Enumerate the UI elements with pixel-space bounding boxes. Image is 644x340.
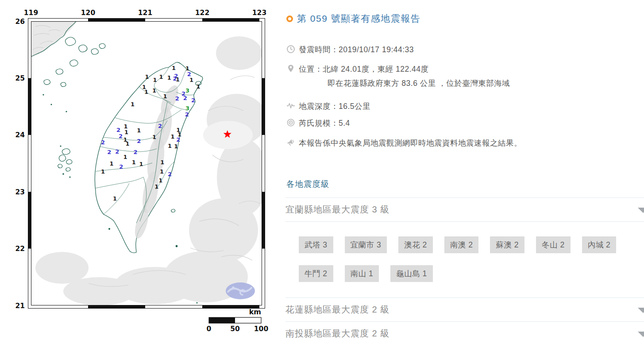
intensity-marker: 1 [153,77,157,83]
intensity-marker: 1 [168,143,172,149]
location-text-line2: 即在花蓮縣政府東方 83.6 公里 ，位於臺灣東部海域 [328,78,510,89]
station-chip-list: 武塔 3 宜蘭市 3 澳花 2 南澳 2 蘇澳 2 冬山 2 內城 2 牛鬥 2… [299,236,624,282]
chevron-down-icon [638,208,644,213]
intensity-section-title: 各地震度級 [286,178,330,189]
cwb-logo [226,282,255,299]
intensity-marker: 1 [131,101,135,108]
intensity-marker: 1 [158,177,162,184]
intensity-marker: 1 [154,183,158,190]
intensity-marker: 2 [115,148,119,155]
origin-time-row: 發震時間：2019/10/17 19:44:33 [286,44,414,55]
lat-tick-label: 22 [15,245,25,253]
intensity-marker: 1 [139,161,143,167]
chevron-down-icon [638,308,644,313]
intensity-marker: 1 [132,159,136,166]
report-title-row: 第 059 號顯著有感地震報告 [286,12,420,25]
intensity-marker: 2 [101,139,105,146]
megaphone-icon [286,138,295,147]
intensity-marker: 3 [185,105,189,112]
intensity-marker: 1 [109,160,113,167]
intensity-marker: 1 [170,133,174,140]
intensity-marker: 2 [134,149,138,155]
intensity-marker: 1 [160,168,164,175]
intensity-marker: 2 [116,127,120,133]
intensity-marker: 1 [145,73,149,80]
seismic-waveform-icon [286,101,295,110]
station-chip: 南澳 2 [444,236,479,253]
intensity-marker: 2 [191,97,195,104]
clock-icon [286,45,295,54]
intensity-marker: 1 [163,93,167,100]
intensity-marker: 2 [175,95,179,102]
accordion-header-text: 南投縣地區最大震度 2 級 [285,328,389,338]
lat-tick-label: 21 [15,302,25,310]
lon-tick-label: 123 [252,9,266,17]
station-chip: 南山 1 [345,265,379,282]
scale-bar: km 0 50 100 [207,308,269,333]
location-row: 位置：北緯 24.01度，東經 122.44度 [286,64,429,74]
intensity-marker: 2 [168,171,172,178]
scale-tick-label: 50 [230,325,240,333]
intensity-marker: 1 [101,168,105,175]
intensity-marker: 1 [176,76,180,83]
accordion-yilan[interactable]: 宜蘭縣地區最大震度 3 級 [285,197,644,222]
scale-tick-label: 100 [254,325,269,333]
lat-tick-label: 24 [15,131,25,139]
accordion-nantou[interactable]: 南投縣地區最大震度 2 級 [285,321,644,340]
intensity-marker: 1 [174,143,178,150]
station-chip: 澳花 2 [398,236,433,253]
intensity-marker: 1 [124,129,128,135]
lon-tick-label: 120 [81,9,96,17]
station-chip: 內城 2 [582,236,617,253]
accordion-header-text: 宜蘭縣地區最大震度 3 級 [285,205,389,214]
magnitude-text: 芮氏規模：5.4 [299,118,350,128]
intensity-marker: 2 [107,149,111,155]
intensity-marker: 2 [183,95,187,101]
accordion-header-text: 花蓮縣地區最大震度 2 級 [285,305,389,314]
depth-text: 地震深度：16.5公里 [299,101,370,112]
intensity-marker: 2 [119,163,123,170]
lon-tick-label: 122 [195,9,209,17]
intensity-marker: 1 [172,65,176,71]
lat-tick-label: 26 [15,18,25,26]
intensity-marker: 1 [125,140,129,147]
station-chip: 冬山 2 [536,236,571,253]
map-content: 3322222222222222222221111111111111111111… [31,21,268,305]
scale-tick-label: 0 [207,325,212,333]
intensity-marker: 1 [160,159,164,166]
accordion-hualien[interactable]: 花蓮縣地區最大震度 2 級 [285,298,644,322]
intensity-marker: 1 [152,87,156,94]
intensity-marker: 1 [196,83,200,90]
taiwan-intensity-map: 3322222222222222222221111111111111111111… [0,0,285,340]
note-text: 本報告係中央氣象局地震觀測網即時地震資料地震速報之結果。 [299,138,522,148]
intensity-marker: 1 [113,195,117,202]
lat-tick-label: 23 [15,188,25,196]
origin-time-text: 發震時間：2019/10/17 19:44:33 [299,44,414,55]
location-pin-icon [286,64,295,73]
station-chip: 牛鬥 2 [299,265,333,282]
report-title: 第 059 號顯著有感地震報告 [297,12,420,25]
intensity-marker: 1 [177,131,181,138]
station-chip: 宜蘭市 3 [345,236,387,253]
chevron-down-icon [638,332,644,337]
intensity-marker: 1 [189,77,193,83]
station-chip: 龜山島 1 [390,265,433,282]
station-chip: 武塔 3 [299,236,333,253]
intensity-marker: 1 [152,134,156,140]
intensity-marker: 2 [185,111,189,118]
orange-bullet-icon [286,15,293,22]
china-coast-terrain [31,21,105,112]
note-row: 本報告係中央氣象局地震觀測網即時地震資料地震速報之結果。 [286,138,522,148]
scale-unit-label: km [249,308,261,316]
intensity-marker: 2 [119,133,123,139]
magnitude-row: 芮氏規模：5.4 [286,118,350,128]
lon-tick-label: 121 [138,9,152,17]
magnitude-icon [286,118,295,127]
location-text: 位置：北緯 24.01度，東經 122.44度 [299,64,429,74]
intensity-marker: 1 [144,89,148,95]
lon-tick-label: 119 [24,9,38,17]
depth-row: 地震深度：16.5公里 [286,101,370,112]
intensity-marker: 2 [158,123,162,129]
lat-tick-label: 25 [15,74,25,82]
intensity-marker: 1 [159,73,163,80]
